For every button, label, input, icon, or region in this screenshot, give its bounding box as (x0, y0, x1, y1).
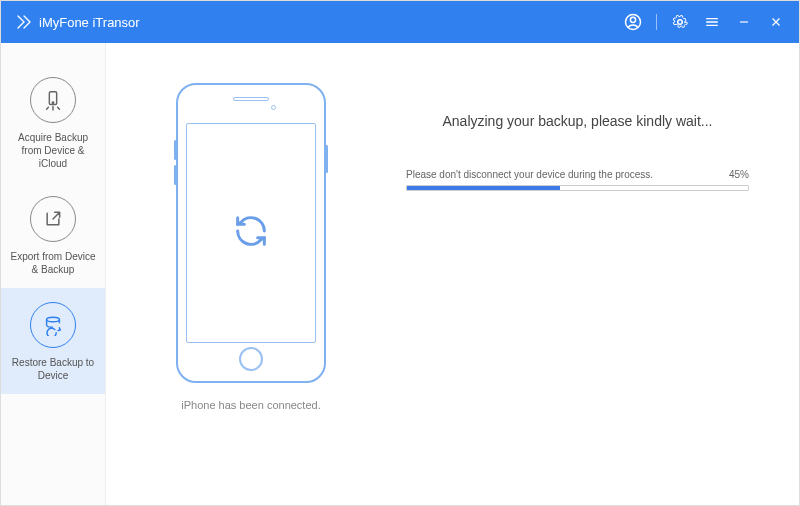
sidebar-item-label: Restore Backup to Device (7, 356, 99, 382)
sidebar-item-acquire-backup[interactable]: Acquire Backup from Device & iCloud (1, 63, 105, 182)
sidebar-item-export[interactable]: Export from Device & Backup (1, 182, 105, 288)
app-title: iMyFone iTransor (39, 15, 140, 30)
progress-percent: 45% (729, 169, 749, 180)
svg-point-10 (52, 102, 53, 103)
svg-point-11 (47, 317, 60, 322)
gear-icon[interactable] (671, 13, 689, 31)
menu-icon[interactable] (703, 13, 721, 31)
progress-section: Analyzing your backup, please kindly wai… (366, 83, 769, 485)
title-bar: iMyFone iTransor (1, 1, 799, 43)
sidebar: Acquire Backup from Device & iCloud Expo… (1, 43, 106, 505)
phone-illustration (176, 83, 326, 383)
minimize-icon[interactable] (735, 13, 753, 31)
restore-backup-icon (30, 302, 76, 348)
app-body: Acquire Backup from Device & iCloud Expo… (1, 43, 799, 505)
progress-note: Please don't disconnect your device duri… (406, 169, 653, 180)
header-actions (624, 13, 785, 31)
device-section: iPhone has been connected. (136, 83, 366, 485)
main-content: iPhone has been connected. Analyzing you… (106, 43, 799, 505)
sync-icon (231, 211, 271, 255)
svg-point-2 (678, 20, 682, 24)
header-divider (656, 14, 657, 30)
export-icon (30, 196, 76, 242)
device-status: iPhone has been connected. (181, 399, 320, 411)
svg-point-1 (630, 17, 635, 22)
app-logo: iMyFone iTransor (15, 13, 140, 31)
progress-bar (406, 185, 749, 191)
sidebar-item-label: Export from Device & Backup (7, 250, 99, 276)
acquire-backup-icon (30, 77, 76, 123)
app-window: iMyFone iTransor (0, 0, 800, 506)
app-logo-icon (15, 13, 33, 31)
progress-title: Analyzing your backup, please kindly wai… (406, 113, 749, 129)
sidebar-item-label: Acquire Backup from Device & iCloud (7, 131, 99, 170)
close-icon[interactable] (767, 13, 785, 31)
sidebar-item-restore-backup[interactable]: Restore Backup to Device (1, 288, 105, 394)
account-icon[interactable] (624, 13, 642, 31)
progress-fill (407, 186, 560, 190)
